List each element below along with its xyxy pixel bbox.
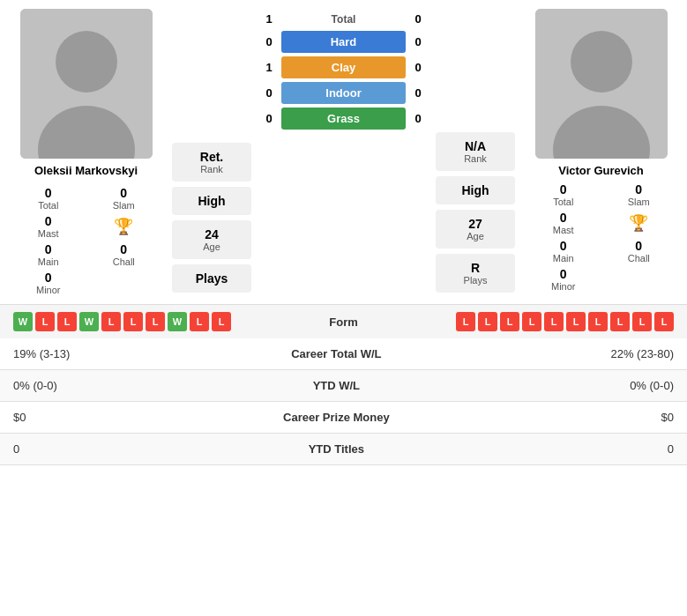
clay-badge: Clay (281, 56, 406, 78)
left-rank-box: Ret. Rank (172, 143, 251, 182)
left-minor-stat: 0 Minor (16, 271, 81, 295)
form-badge-right: L (500, 312, 519, 331)
form-badge-left: L (123, 312, 143, 331)
form-badge-left: L (57, 312, 77, 331)
right-total-stat: 0 Total (531, 182, 596, 207)
left-main-stat: 0 Main (16, 242, 81, 267)
stat-right-val: $0 (486, 402, 687, 434)
left-trophy-icon-area: 🏆 (92, 214, 157, 239)
center-col: 1 Total 0 0 Hard 0 1 Clay 0 0 Indoor 0 0 (260, 9, 427, 295)
right-chall-stat: 0 Chall (607, 239, 672, 263)
left-high-box: High (172, 187, 251, 215)
right-trophy-icon-area: 🏆 (607, 211, 672, 235)
grass-row: 0 Grass 0 (260, 106, 427, 131)
form-badge-left: L (212, 312, 231, 331)
form-badge-right: L (566, 312, 586, 331)
stat-center-label: Career Total W/L (187, 338, 486, 370)
form-badge-left: W (13, 312, 33, 331)
stats-table: 19% (3-13) Career Total W/L 22% (23-80) … (0, 338, 687, 465)
stat-right-val: 22% (23-80) (486, 338, 687, 370)
stat-left-val: 0 (0, 434, 187, 465)
form-left-badges: WLLWLLLWLL (13, 312, 231, 331)
player-right: Victor Gurevich 0 Total 0 Slam 0 Mast 🏆 (524, 9, 678, 295)
svg-point-4 (571, 31, 632, 93)
stat-center-label: YTD W/L (187, 370, 486, 402)
left-stat-col: Ret. Rank High 24 Age Plays (168, 9, 256, 295)
form-label: Form (329, 315, 358, 329)
clay-row: 1 Clay 0 (260, 55, 427, 80)
form-badge-left: L (190, 312, 209, 331)
form-badge-right: L (456, 312, 475, 331)
table-row: 0% (0-0) YTD W/L 0% (0-0) (0, 370, 687, 402)
right-rank-box: N/A Rank (436, 132, 515, 171)
stat-center-label: Career Prize Money (187, 402, 486, 434)
player-right-name: Victor Gurevich (558, 164, 644, 177)
form-badge-right: L (632, 312, 652, 331)
form-badge-right: L (654, 312, 674, 331)
right-main-stat: 0 Main (531, 239, 596, 263)
right-trophy-icon: 🏆 (629, 213, 648, 233)
right-slam-stat: 0 Slam (607, 182, 672, 207)
player-left-avatar (20, 9, 153, 159)
indoor-badge: Indoor (281, 82, 406, 104)
stat-left-val: 19% (3-13) (0, 338, 187, 370)
form-badge-left: L (146, 312, 165, 331)
left-trophy-icon: 🏆 (114, 217, 133, 236)
form-right-badges: LLLLLLLLLL (456, 312, 674, 331)
hard-badge: Hard (281, 31, 406, 53)
left-chall-stat: 0 Chall (92, 242, 157, 267)
left-plays-box: Plays (172, 264, 251, 293)
left-total-stat: 0 Total (16, 186, 81, 211)
hard-row: 0 Hard 0 (260, 29, 427, 55)
right-mast-stat: 0 Mast (531, 211, 596, 235)
form-badge-left: W (79, 312, 99, 331)
table-row: $0 Career Prize Money $0 (0, 402, 687, 434)
form-badge-right: L (544, 312, 564, 331)
player-left: Oleksii Markovskyi 0 Total 0 Slam 0 Mast… (9, 9, 163, 295)
right-high-box: High (436, 176, 515, 204)
stat-left-val: $0 (0, 402, 187, 434)
main-container: Oleksii Markovskyi 0 Total 0 Slam 0 Mast… (0, 0, 687, 465)
total-row: 1 Total 0 (260, 9, 427, 29)
left-age-box: 24 Age (172, 220, 251, 259)
player-right-stats: 0 Total 0 Slam 0 Mast 🏆 0 Main (524, 182, 678, 292)
form-badge-right: L (478, 312, 497, 331)
right-stat-col: N/A Rank High 27 Age R Plays (431, 9, 519, 295)
form-badge-left: W (168, 312, 187, 331)
right-plays-box: R Plays (436, 254, 515, 293)
top-area: Oleksii Markovskyi 0 Total 0 Slam 0 Mast… (0, 0, 687, 304)
form-badge-right: L (588, 312, 608, 331)
svg-point-1 (56, 31, 117, 93)
form-badge-right: L (610, 312, 630, 331)
player-right-avatar (535, 9, 668, 159)
indoor-row: 0 Indoor 0 (260, 80, 427, 106)
stat-right-val: 0% (0-0) (486, 370, 687, 402)
table-row: 19% (3-13) Career Total W/L 22% (23-80) (0, 338, 687, 370)
stat-right-val: 0 (486, 434, 687, 465)
grass-badge: Grass (281, 108, 406, 130)
form-section: WLLWLLLWLL Form LLLLLLLLLL (0, 304, 687, 338)
right-minor-stat: 0 Minor (531, 267, 596, 292)
right-age-box: 27 Age (436, 210, 515, 249)
player-left-name: Oleksii Markovskyi (34, 164, 138, 177)
stat-center-label: YTD Titles (187, 434, 486, 465)
form-badge-right: L (522, 312, 541, 331)
stat-left-val: 0% (0-0) (0, 370, 187, 402)
left-slam-stat: 0 Slam (92, 186, 157, 211)
left-mast-stat: 0 Mast (16, 214, 81, 239)
form-badge-left: L (101, 312, 121, 331)
form-badge-left: L (35, 312, 55, 331)
player-left-stats: 0 Total 0 Slam 0 Mast 🏆 0 Main (9, 186, 163, 295)
table-row: 0 YTD Titles 0 (0, 434, 687, 465)
